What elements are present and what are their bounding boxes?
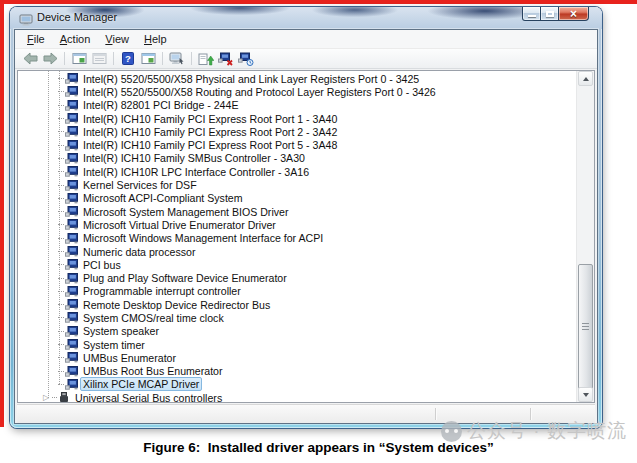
maximize-button[interactable] bbox=[541, 7, 559, 21]
tree-item[interactable]: Kernel Services for DSF bbox=[18, 178, 577, 191]
tree-item[interactable]: Microsoft Virtual Drive Enumerator Drive… bbox=[18, 218, 577, 231]
system-device-icon bbox=[65, 339, 78, 350]
expand-icon[interactable]: ▷ bbox=[43, 393, 52, 402]
tree-item[interactable]: Remote Desktop Device Redirector Bus bbox=[18, 298, 577, 311]
tree-item[interactable]: Xilinx PCIe MCAP Driver bbox=[18, 378, 577, 391]
tree-item-label: System timer bbox=[81, 339, 147, 351]
minimize-button[interactable] bbox=[522, 7, 541, 21]
scroll-up-button[interactable] bbox=[578, 71, 593, 86]
vertical-scrollbar[interactable] bbox=[576, 71, 594, 402]
device-manager-window: Device Manager × FileActionViewHelp ? In… bbox=[10, 7, 602, 428]
tree-item[interactable]: UMBus Enumerator bbox=[18, 351, 577, 364]
tree-item-label: Microsoft Virtual Drive Enumerator Drive… bbox=[81, 219, 278, 231]
properties-icon[interactable] bbox=[139, 51, 157, 67]
system-device-icon bbox=[65, 140, 78, 151]
tree-item-label: Numeric data processor bbox=[81, 246, 197, 258]
system-device-icon bbox=[65, 219, 78, 230]
system-device-icon bbox=[65, 352, 78, 363]
figure-page: Device Manager × FileActionViewHelp ? In… bbox=[0, 0, 637, 463]
tree-item-label: Intel(R) 5520/5500/X58 Physical and Link… bbox=[81, 73, 421, 85]
export-list-icon[interactable] bbox=[90, 51, 108, 67]
device-manager-icon bbox=[19, 12, 33, 24]
remote-computer-icon[interactable] bbox=[168, 51, 186, 67]
toolbar-separator bbox=[191, 52, 192, 65]
update-driver-icon[interactable] bbox=[197, 51, 215, 67]
system-device-icon bbox=[65, 299, 78, 310]
tree-item-label: Remote Desktop Device Redirector Bus bbox=[81, 299, 272, 311]
tree-item-label: UMBus Enumerator bbox=[81, 352, 178, 364]
uninstall-icon[interactable] bbox=[217, 51, 235, 67]
system-device-icon bbox=[65, 286, 78, 297]
system-device-icon bbox=[65, 206, 78, 217]
scan-hardware-changes-icon[interactable] bbox=[237, 51, 255, 67]
tree-item[interactable]: System timer bbox=[18, 338, 577, 351]
tree-item[interactable]: Numeric data processor bbox=[18, 245, 577, 258]
tree-item-label: Intel(R) 82801 PCI Bridge - 244E bbox=[81, 99, 240, 111]
tree-item[interactable]: Microsoft System Management BIOS Driver bbox=[18, 205, 577, 218]
system-device-icon bbox=[65, 259, 78, 270]
maximize-icon bbox=[546, 11, 554, 17]
watermark-text: 公众号 · 数字喷流 bbox=[467, 418, 627, 444]
tree-item-label: System speaker bbox=[81, 325, 161, 337]
menu-help[interactable]: Help bbox=[137, 31, 175, 48]
tree-item-label-selected: Xilinx PCIe MCAP Driver bbox=[80, 377, 202, 391]
device-tree: Intel(R) 5520/5500/X58 Physical and Link… bbox=[18, 72, 577, 402]
tree-item[interactable]: UMBus Root Bus Enumerator bbox=[18, 365, 577, 378]
back-icon[interactable] bbox=[21, 51, 39, 67]
tree-item-label: PCI bus bbox=[81, 259, 123, 271]
menu-view[interactable]: View bbox=[98, 31, 137, 48]
tree-item[interactable]: Intel(R) ICH10 Family PCI Express Root P… bbox=[18, 112, 577, 125]
device-tree-panel: Intel(R) 5520/5500/X58 Physical and Link… bbox=[17, 70, 595, 403]
tree-item-label: Kernel Services for DSF bbox=[81, 179, 199, 191]
system-device-icon bbox=[65, 100, 78, 111]
tree-item[interactable]: Programmable interrupt controller bbox=[18, 285, 577, 298]
system-device-icon bbox=[65, 73, 78, 84]
help-icon[interactable]: ? bbox=[119, 51, 137, 67]
svg-text:?: ? bbox=[125, 53, 131, 64]
tree-item[interactable]: Intel(R) ICH10 Family PCI Express Root P… bbox=[18, 138, 577, 151]
window-controls: × bbox=[522, 7, 589, 21]
scroll-up-icon bbox=[583, 77, 589, 81]
menu-file[interactable]: File bbox=[20, 31, 53, 48]
tree-item[interactable]: Intel(R) ICH10R LPC Interface Controller… bbox=[18, 165, 577, 178]
tree-item[interactable]: System speaker bbox=[18, 325, 577, 338]
annotation-line-top bbox=[0, 0, 637, 4]
tree-item[interactable]: Intel(R) 5520/5500/X58 Routing and Proto… bbox=[18, 85, 577, 98]
tree-item[interactable]: Intel(R) ICH10 Family SMBus Controller -… bbox=[18, 152, 577, 165]
title-bar[interactable]: Device Manager × bbox=[10, 7, 602, 29]
system-device-icon bbox=[65, 273, 78, 284]
forward-icon[interactable] bbox=[41, 51, 59, 67]
tree-item-label: Microsoft ACPI-Compliant System bbox=[81, 192, 245, 204]
tree-item[interactable]: Intel(R) 82801 PCI Bridge - 244E bbox=[18, 99, 577, 112]
show-console-tree-icon[interactable] bbox=[70, 51, 88, 67]
system-device-icon bbox=[65, 113, 78, 124]
status-bar-divider bbox=[435, 408, 436, 420]
window-body: FileActionViewHelp ? Intel(R) 5520/5500/… bbox=[14, 29, 598, 424]
scroll-down-button[interactable] bbox=[578, 387, 593, 402]
tree-item[interactable]: Intel(R) 5520/5500/X58 Physical and Link… bbox=[18, 72, 577, 85]
tree-item[interactable]: PCI bus bbox=[18, 258, 577, 271]
tree-item[interactable]: Plug and Play Software Device Enumerator bbox=[18, 271, 577, 284]
system-device-icon bbox=[65, 312, 78, 323]
system-device-icon bbox=[65, 166, 78, 177]
tree-item-label: Intel(R) 5520/5500/X58 Routing and Proto… bbox=[81, 86, 438, 98]
scrollbar-thumb[interactable] bbox=[578, 264, 593, 389]
tree-item-collapsed[interactable]: ▷Universal Serial Bus controllers bbox=[18, 391, 577, 403]
tree-item[interactable]: Microsoft ACPI-Compliant System bbox=[18, 192, 577, 205]
scrollbar-grip bbox=[582, 323, 589, 331]
tree-item[interactable]: Microsoft Windows Management Interface f… bbox=[18, 232, 577, 245]
system-device-icon bbox=[65, 379, 78, 390]
tree-item[interactable]: System CMOS/real time clock bbox=[18, 311, 577, 324]
system-device-icon bbox=[65, 193, 78, 204]
tree-item-label: Programmable interrupt controller bbox=[81, 285, 243, 297]
system-device-icon bbox=[65, 126, 78, 137]
close-icon: × bbox=[570, 8, 577, 20]
tree-item[interactable]: Intel(R) ICH10 Family PCI Express Root P… bbox=[18, 125, 577, 138]
scroll-down-icon bbox=[583, 393, 589, 397]
menu-bar: FileActionViewHelp bbox=[15, 30, 597, 49]
close-button[interactable]: × bbox=[559, 7, 589, 21]
tree-item-label: System CMOS/real time clock bbox=[81, 312, 226, 324]
tree-item-label: Intel(R) ICH10 Family PCI Express Root P… bbox=[81, 113, 339, 125]
menu-action[interactable]: Action bbox=[53, 31, 99, 48]
system-device-icon bbox=[65, 326, 78, 337]
